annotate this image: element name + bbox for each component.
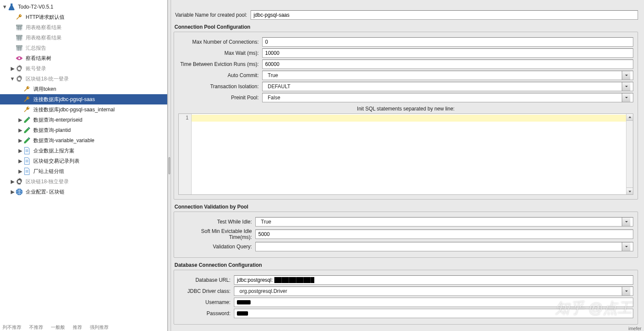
disclosure-icon[interactable]: ▶: [17, 158, 23, 164]
tree-item-label: 调用token: [32, 86, 56, 93]
password-input[interactable]: [234, 309, 633, 318]
wrench-icon: [23, 95, 31, 103]
tree-item[interactable]: ▶账号登录: [0, 63, 167, 74]
wrench-icon: [23, 85, 31, 93]
tree-item[interactable]: 连接数据库jdbc-pgsql-saas: [0, 94, 167, 104]
tree-item-label: 数据查询-plantid: [32, 127, 71, 134]
init-sql-label: Init SQL statements separated by new lin…: [178, 106, 633, 112]
tree-item[interactable]: ▶区块链交易记录列表: [0, 156, 167, 166]
flask-icon: [8, 3, 15, 11]
username-label: Username:: [178, 299, 234, 305]
soft-min-input[interactable]: [255, 230, 633, 239]
gear-icon: [15, 75, 23, 83]
chevron-down-icon: [622, 82, 630, 91]
gear-icon: [15, 65, 23, 72]
db-url-label: Database URL:: [178, 277, 234, 283]
username-input[interactable]: [234, 298, 633, 307]
init-sql-editor[interactable]: 1: [178, 113, 633, 195]
test-idle-select[interactable]: True: [255, 217, 633, 227]
disclosure-icon[interactable]: ▶: [17, 117, 23, 123]
tree-item[interactable]: ▶数据查询-variable_variable: [0, 135, 167, 146]
wrench-icon: [23, 106, 31, 113]
disclosure-icon[interactable]: ▼: [9, 76, 15, 82]
chevron-down-icon: [622, 93, 630, 102]
iso-select[interactable]: DEFAULT: [262, 82, 633, 91]
disclosure-icon[interactable]: ▶: [17, 168, 23, 174]
tree-root[interactable]: ▼ Todo-T2-V0.5.1: [0, 2, 167, 12]
tree-item[interactable]: ▼区块链18-统一登录: [0, 74, 167, 84]
tree-item[interactable]: ▶厂站上链分组: [0, 166, 167, 176]
tree-item-label: HTTP请求默认值: [25, 14, 65, 21]
editor-body[interactable]: [192, 114, 626, 194]
tree-item[interactable]: ▶数据查询-plantid: [0, 125, 167, 135]
tree-item[interactable]: 用表格察看结果: [0, 22, 167, 33]
tree-item-label: 数据查询-variable_variable: [32, 137, 95, 144]
tree-item[interactable]: ▶数据查询-enterpriseid: [0, 115, 167, 125]
disclosure-icon[interactable]: ▶: [17, 127, 23, 133]
max-wait-input[interactable]: [262, 48, 633, 58]
doc-icon: [23, 147, 31, 155]
max-conn-input[interactable]: [262, 37, 633, 47]
chevron-down-icon: [622, 218, 630, 226]
db-group: Database URL: JDBC Driver class: org.pos…: [174, 270, 638, 325]
tree-item-label: 察看结果树: [25, 55, 51, 62]
config-panel: Variable Name for created pool: Connecti…: [171, 0, 644, 331]
tree-item-label: 连接数据库jdbc-pgsql-saas_internal: [32, 106, 115, 113]
val-query-select[interactable]: [255, 242, 633, 251]
disclosure-icon[interactable]: ▶: [9, 66, 15, 72]
eye-icon: [15, 54, 23, 62]
password-label: Password:: [178, 310, 234, 316]
tree-item-label: 企业数据上报方案: [32, 147, 74, 155]
tree-item-label: 企业配置- 区块链: [25, 188, 65, 196]
disclosure-icon[interactable]: ▶: [9, 189, 15, 195]
pencil-icon: [23, 116, 31, 124]
tree-item[interactable]: ▶企业数据上报方案: [0, 146, 167, 156]
tree-item[interactable]: ▶企业配置- 区块链: [0, 187, 167, 197]
globe-icon: [15, 188, 23, 196]
tree-item[interactable]: 连接数据库jdbc-pgsql-saas_internal: [0, 104, 167, 115]
footer-ratings: 列不推荐不推荐一般般推荐强列推荐: [0, 323, 109, 331]
driver-select[interactable]: org.postgresql.Driver: [234, 286, 633, 296]
disclosure-icon[interactable]: ▶: [17, 148, 23, 154]
wrench-icon: [15, 13, 23, 21]
preinit-select[interactable]: False: [262, 93, 633, 102]
tree-item-label: 连接数据库jdbc-pgsql-saas: [32, 96, 95, 103]
pool-section-title: Connection Pool Configuration: [174, 24, 638, 30]
var-name-input[interactable]: [251, 10, 638, 20]
tree-item-label: 厂站上链分组: [32, 168, 64, 175]
doc-icon: [23, 167, 31, 175]
tree-item[interactable]: 汇总报告: [0, 43, 167, 53]
disclosure-icon[interactable]: ▶: [17, 137, 23, 143]
disclosure-icon[interactable]: ▶: [9, 179, 15, 185]
evict-input[interactable]: [262, 60, 633, 69]
test-plan-tree[interactable]: ▼ Todo-T2-V0.5.1 HTTP请求默认值用表格察看结果用表格察看结果…: [0, 0, 168, 331]
tree-item-label: 区块链交易记录列表: [32, 158, 80, 165]
tree-item[interactable]: ▶区块链18-独立登录: [0, 176, 167, 187]
table-icon: [15, 44, 23, 52]
editor-gutter: 1: [179, 114, 192, 194]
db-url-input[interactable]: [234, 275, 633, 285]
tree-item-label: 数据查询-enterpriseid: [32, 116, 83, 124]
auto-commit-select[interactable]: True: [262, 71, 633, 80]
tree-item[interactable]: 调用token: [0, 84, 167, 94]
tree-item[interactable]: HTTP请求默认值: [0, 12, 167, 22]
preinit-label: Preinit Pool:: [178, 95, 262, 101]
scroll-down-icon[interactable]: [626, 188, 633, 194]
tree-root-label: Todo-T2-V0.5.1: [17, 4, 53, 10]
driver-label: JDBC Driver class:: [178, 288, 234, 294]
tree-item[interactable]: 用表格察看结果: [0, 33, 167, 43]
tree-item-label: 汇总报告: [25, 45, 46, 52]
disclosure-icon[interactable]: ▼: [2, 4, 8, 10]
max-wait-label: Max Wait (ms):: [178, 50, 262, 56]
scroll-up-icon[interactable]: [626, 114, 633, 121]
splitter[interactable]: [168, 0, 171, 331]
vertical-scrollbar[interactable]: [626, 114, 633, 194]
doc-icon: [23, 157, 31, 165]
chevron-down-icon: [622, 242, 630, 251]
tree-item[interactable]: 察看结果树: [0, 53, 167, 63]
var-name-label: Variable Name for created pool:: [174, 12, 251, 18]
tree-item-label: 用表格察看结果: [25, 34, 62, 42]
pencil-icon: [23, 137, 31, 144]
splitter-grip[interactable]: [168, 157, 170, 174]
test-idle-label: Test While Idle:: [178, 219, 255, 225]
